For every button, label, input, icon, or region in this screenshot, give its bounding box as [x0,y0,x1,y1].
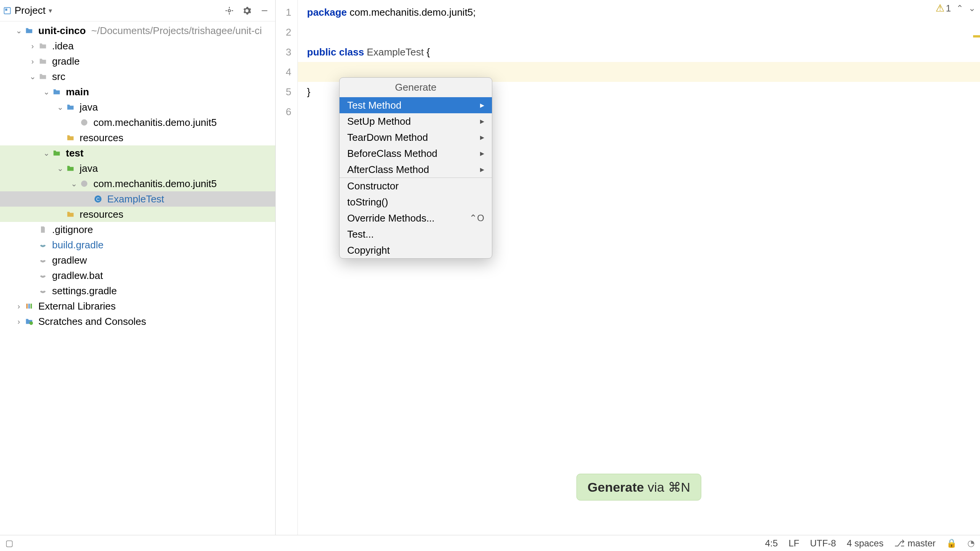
project-tree: unit-cinco ~/Documents/Projects/trishage… [0,21,275,535]
tool-windows-icon[interactable]: ▢ [5,538,13,548]
tree-label: settings.gradle [52,285,117,297]
svg-point-8 [81,119,88,126]
menu-item-constructor[interactable]: Constructor [340,178,492,194]
chevron-down-icon: ▾ [49,7,52,15]
line-number: 3 [276,42,291,62]
tree-item-example-test[interactable]: CExampleTest [0,191,275,207]
indent-setting[interactable]: 4 spaces [847,538,884,549]
resources-folder-icon [65,132,76,143]
menu-item-label: TearDown Method [347,132,428,143]
test-folder-icon [65,163,76,174]
tree-label: .gitignore [52,224,93,236]
line-number: 1 [276,2,291,22]
menu-item-setup[interactable]: SetUp Method▸ [340,113,492,129]
toast-shortcut: via ⌘N [644,480,690,494]
tree-item-idea[interactable]: .idea [0,38,275,54]
tree-item-gradlew-bat[interactable]: gradlew.bat [0,268,275,283]
menu-item-label: Test Method [347,99,402,111]
menu-item-tostring[interactable]: toString() [340,194,492,210]
project-toolbar: Project ▾ [0,0,275,21]
menu-item-copyright[interactable]: Copyright [340,242,492,258]
source-folder-icon [65,102,76,112]
tree-item-main-pkg[interactable]: com.mechanitis.demo.junit5 [0,115,275,130]
tree-label: ExampleTest [107,193,164,205]
menu-shortcut: ⌃O [469,213,484,223]
project-path: ~/Documents/Projects/trishagee/unit-ci [91,25,262,37]
tree-label: resources [80,209,123,220]
menu-item-afterclass[interactable]: AfterClass Method▸ [340,161,492,178]
menu-item-label: toString() [347,196,388,208]
menu-item-label: Test... [347,228,374,240]
line-number: 4 [276,62,291,82]
tree-label: gradlew.bat [52,270,103,282]
menu-item-test-method[interactable]: Test Method▸ [340,97,492,113]
line-separator[interactable]: LF [789,538,799,549]
gradle-icon [38,255,48,266]
menu-item-test[interactable]: Test... [340,226,492,242]
tree-item-gitignore[interactable]: .gitignore [0,222,275,237]
warning-icon: ⚠ [936,2,944,14]
tree-item-scratches[interactable]: Scratches and Consoles [0,314,275,329]
file-encoding[interactable]: UTF-8 [810,538,836,549]
tree-item-src[interactable]: src [0,69,275,84]
tree-root[interactable]: unit-cinco ~/Documents/Projects/trishage… [0,23,275,38]
project-view-label: Project [15,5,46,16]
module-icon [24,25,34,36]
menu-item-override[interactable]: Override Methods...⌃O [340,210,492,226]
menu-item-label: Constructor [347,180,399,192]
warning-count: 1 [946,3,951,14]
svg-point-2 [228,10,230,12]
tree-item-main-java[interactable]: java [0,99,275,115]
collapse-icon[interactable] [257,3,272,18]
editor-inspections: ⚠1 ⌃ ⌄ [936,2,975,14]
svg-rect-14 [31,304,32,309]
git-branch[interactable]: ⎇ master [894,538,936,549]
tree-label: build.gradle [52,239,103,251]
menu-item-beforeclass[interactable]: BeforeClass Method▸ [340,145,492,161]
editor: 1 2 3 4 5 6 package com.mechanitis.demo.… [276,0,980,535]
svg-point-15 [29,321,33,325]
folder-icon [38,41,48,51]
tree-item-settings-gradle[interactable]: settings.gradle [0,283,275,298]
caret-position[interactable]: 4:5 [765,538,778,549]
submenu-arrow-icon: ▸ [480,100,484,110]
lock-icon[interactable]: 🔒 [946,538,957,548]
tree-item-ext-libs[interactable]: External Libraries [0,298,275,314]
submenu-arrow-icon: ▸ [480,116,484,126]
tree-item-gradle[interactable]: gradle [0,54,275,69]
code-area[interactable]: package com.mechanitis.demo.junit5; publ… [298,0,980,535]
gradle-icon [38,285,48,296]
folder-icon [38,56,48,67]
tree-label: External Libraries [38,300,116,312]
select-opened-file-button[interactable] [222,3,237,18]
tree-item-test-res[interactable]: resources [0,207,275,222]
tree-item-gradlew[interactable]: gradlew [0,253,275,268]
tree-item-test[interactable]: test [0,145,275,161]
inspection-icon[interactable]: ◔ [967,538,975,548]
class-icon: C [93,194,103,204]
project-name: unit-cinco [38,25,86,37]
tree-item-main-res[interactable]: resources [0,130,275,145]
prev-highlight-button[interactable]: ⌃ [956,3,963,13]
tree-item-test-java[interactable]: java [0,161,275,176]
tree-label: gradlew [52,254,87,266]
error-stripe[interactable] [973,0,980,535]
tree-item-test-pkg[interactable]: com.mechanitis.demo.junit5 [0,176,275,191]
line-number: 6 [276,102,291,122]
warning-badge[interactable]: ⚠1 [936,2,951,14]
settings-icon[interactable] [239,3,255,18]
tree-item-main[interactable]: main [0,84,275,99]
svg-rect-13 [28,304,30,309]
file-icon [38,224,48,235]
svg-rect-1 [5,8,8,11]
menu-item-label: BeforeClass Method [347,148,438,160]
warning-marker[interactable] [973,35,980,37]
project-view-selector[interactable]: Project ▾ [3,5,52,16]
tree-label: Scratches and Consoles [38,316,146,328]
tree-item-build-gradle[interactable]: build.gradle [0,237,275,253]
submenu-arrow-icon: ▸ [480,132,484,142]
menu-item-teardown[interactable]: TearDown Method▸ [340,129,492,145]
svg-rect-12 [26,304,28,309]
folder-icon [51,148,62,158]
scratches-icon [24,316,34,327]
